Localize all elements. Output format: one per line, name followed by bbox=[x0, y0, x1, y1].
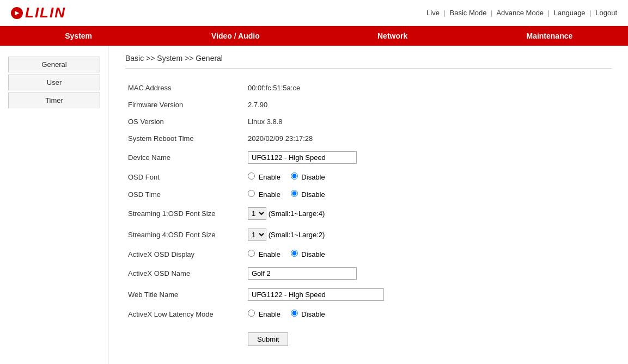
osd-time-disable-label[interactable]: Disable bbox=[291, 190, 325, 199]
osd-font-enable-text: Enable bbox=[259, 173, 281, 181]
system-reboot-time-value: 2020/02/09 23:17:28 bbox=[248, 134, 313, 143]
activex-osd-name-label: ActiveX OSD Name bbox=[125, 263, 245, 284]
streaming4-font-size-select[interactable]: 1 2 bbox=[248, 229, 266, 241]
os-version-row: OS Version Linux 3.8.8 bbox=[125, 113, 612, 130]
sidebar-item-general[interactable]: General bbox=[8, 57, 100, 72]
settings-table: MAC Address 00:0f:fc:51:5a:ce Firmware V… bbox=[125, 79, 612, 350]
osd-time-label: OSD Time bbox=[125, 186, 245, 203]
osd-time-disable-radio[interactable] bbox=[291, 190, 298, 197]
activex-low-latency-disable-text: Disable bbox=[301, 310, 325, 318]
tab-system[interactable]: System bbox=[0, 26, 157, 46]
activex-osd-disable-text: Disable bbox=[301, 250, 325, 258]
firmware-version-row: Firmware Version 2.7.90 bbox=[125, 96, 612, 113]
streaming1-font-size-hint: (Small:1~Large:4) bbox=[269, 209, 325, 218]
breadcrumb: Basic >> System >> General bbox=[125, 54, 612, 69]
mac-address-row: MAC Address 00:0f:fc:51:5a:ce bbox=[125, 79, 612, 96]
language-link[interactable]: Language bbox=[554, 9, 586, 17]
streaming4-font-size-row: Streaming 4:OSD Font Size 1 2 (Small:1~L… bbox=[125, 224, 612, 245]
tab-network[interactable]: Network bbox=[314, 26, 471, 46]
osd-font-disable-radio[interactable] bbox=[291, 172, 298, 180]
activex-osd-disable-radio[interactable] bbox=[291, 250, 298, 257]
system-reboot-time-row: System Reboot Time 2020/02/09 23:17:28 bbox=[125, 130, 612, 147]
streaming1-font-size-row: Streaming 1:OSD Font Size 1 2 3 4 (Small… bbox=[125, 203, 612, 224]
os-version-label: OS Version bbox=[125, 113, 245, 130]
system-reboot-time-label: System Reboot Time bbox=[125, 130, 245, 147]
activex-osd-enable-text: Enable bbox=[259, 250, 281, 258]
osd-font-enable-radio[interactable] bbox=[248, 172, 255, 180]
activex-osd-disable-label[interactable]: Disable bbox=[291, 250, 325, 258]
top-navigation: System Video / Audio Network Maintenance bbox=[0, 26, 628, 46]
page-layout: General User Timer Basic >> System >> Ge… bbox=[0, 46, 628, 364]
basic-mode-link[interactable]: Basic Mode bbox=[450, 9, 487, 17]
activex-osd-enable-radio[interactable] bbox=[248, 250, 255, 257]
mac-address-value: 00:0f:fc:51:5a:ce bbox=[248, 84, 300, 92]
osd-time-row: OSD Time Enable Disable bbox=[125, 186, 612, 203]
activex-low-latency-disable-label[interactable]: Disable bbox=[291, 310, 325, 318]
osd-font-label: OSD Font bbox=[125, 168, 245, 186]
osd-font-disable-text: Disable bbox=[301, 173, 325, 181]
disclaimer-section: We strongly recommend you to change the … bbox=[125, 361, 387, 364]
streaming1-font-size-label: Streaming 1:OSD Font Size bbox=[125, 203, 245, 224]
activex-osd-display-label: ActiveX OSD Display bbox=[125, 245, 245, 263]
osd-time-disable-text: Disable bbox=[301, 190, 325, 199]
live-link[interactable]: Live bbox=[426, 9, 440, 17]
osd-font-enable-label[interactable]: Enable bbox=[248, 173, 283, 181]
header-nav: Live | Basic Mode | Advance Mode | Langu… bbox=[426, 9, 617, 17]
device-name-row: Device Name bbox=[125, 147, 612, 168]
streaming4-font-size-label: Streaming 4:OSD Font Size bbox=[125, 224, 245, 245]
streaming1-font-size-select[interactable]: 1 2 3 4 bbox=[248, 207, 266, 220]
advance-mode-link[interactable]: Advance Mode bbox=[496, 9, 544, 17]
tab-video-audio[interactable]: Video / Audio bbox=[157, 26, 314, 46]
activex-osd-name-row: ActiveX OSD Name bbox=[125, 263, 612, 284]
firmware-version-label: Firmware Version bbox=[125, 96, 245, 113]
streaming4-font-size-hint: (Small:1~Large:2) bbox=[269, 231, 325, 239]
activex-low-latency-disable-radio[interactable] bbox=[291, 310, 298, 317]
firmware-version-value: 2.7.90 bbox=[248, 101, 267, 109]
activex-low-latency-radio-group: Enable Disable bbox=[248, 310, 609, 318]
activex-low-latency-enable-radio[interactable] bbox=[248, 310, 255, 317]
activex-osd-enable-label[interactable]: Enable bbox=[248, 250, 283, 258]
osd-font-row: OSD Font Enable Disable bbox=[125, 168, 612, 186]
device-name-label: Device Name bbox=[125, 147, 245, 168]
disclaimer-line1: We strongly recommend you to change the … bbox=[125, 361, 387, 364]
sidebar-item-user[interactable]: User bbox=[8, 75, 100, 90]
tab-maintenance[interactable]: Maintenance bbox=[471, 26, 628, 46]
submit-button[interactable]: Submit bbox=[248, 332, 288, 346]
device-name-input[interactable] bbox=[248, 151, 357, 164]
activex-low-latency-label: ActiveX Low Latency Mode bbox=[125, 305, 245, 323]
osd-font-radio-group: Enable Disable bbox=[248, 172, 609, 181]
osd-time-radio-group: Enable Disable bbox=[248, 190, 609, 199]
activex-low-latency-enable-label[interactable]: Enable bbox=[248, 310, 283, 318]
page-header: ▶ LILIN Live | Basic Mode | Advance Mode… bbox=[0, 0, 628, 26]
os-version-value: Linux 3.8.8 bbox=[248, 118, 283, 126]
logo: ▶ LILIN bbox=[11, 4, 66, 21]
web-title-name-label: Web Title Name bbox=[125, 284, 245, 305]
web-title-name-row: Web Title Name bbox=[125, 284, 612, 305]
submit-row: Submit bbox=[125, 323, 612, 350]
osd-font-disable-label[interactable]: Disable bbox=[291, 173, 325, 181]
mac-address-label: MAC Address bbox=[125, 79, 245, 96]
logo-text: LILIN bbox=[25, 4, 66, 21]
activex-osd-name-input[interactable] bbox=[248, 267, 357, 280]
web-title-name-input[interactable] bbox=[248, 288, 384, 301]
logout-link[interactable]: Logout bbox=[595, 9, 617, 17]
activex-osd-display-radio-group: Enable Disable bbox=[248, 250, 609, 258]
activex-osd-display-row: ActiveX OSD Display Enable Disable bbox=[125, 245, 612, 263]
activex-low-latency-row: ActiveX Low Latency Mode Enable Disable bbox=[125, 305, 612, 323]
sidebar-item-timer[interactable]: Timer bbox=[8, 92, 100, 108]
logo-icon: ▶ bbox=[11, 7, 23, 19]
activex-low-latency-enable-text: Enable bbox=[259, 310, 281, 318]
osd-time-enable-radio[interactable] bbox=[248, 190, 255, 197]
osd-time-enable-label[interactable]: Enable bbox=[248, 190, 283, 199]
osd-time-enable-text: Enable bbox=[259, 190, 281, 199]
sidebar: General User Timer bbox=[0, 46, 109, 364]
main-content: Basic >> System >> General MAC Address 0… bbox=[109, 46, 628, 364]
